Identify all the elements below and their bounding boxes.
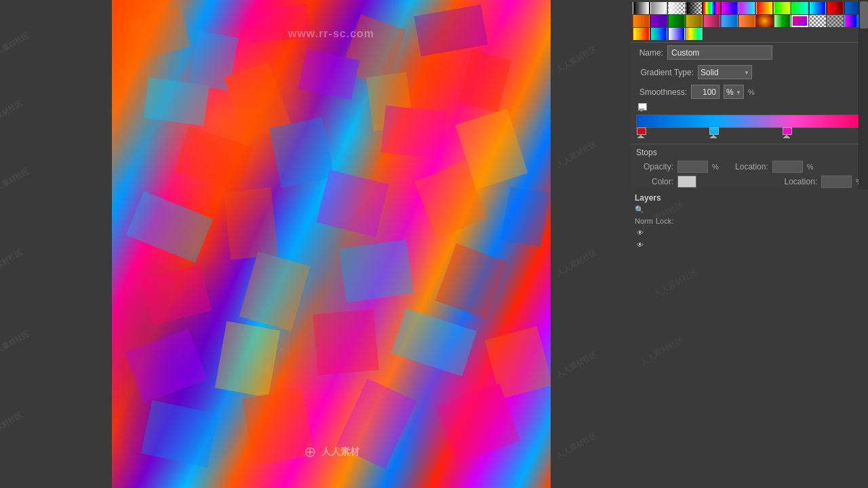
color-location-value[interactable]: [821, 176, 852, 188]
preset-30[interactable]: [686, 28, 703, 40]
layers-title: Layers: [635, 193, 661, 203]
smoothness-pct: %: [748, 88, 755, 96]
opacity-stop-handle[interactable]: [638, 103, 646, 112]
preset-23-selected[interactable]: [791, 15, 808, 27]
scrollbar-thumb[interactable]: [860, 1, 868, 28]
svg-rect-22: [435, 243, 507, 319]
stops-section-label: Stops: [631, 146, 868, 159]
opacity-pct: %: [712, 163, 719, 171]
svg-rect-6: [143, 77, 209, 126]
gradient-type-select-wrapper: Solid Noise: [698, 65, 752, 79]
preset-5[interactable]: [703, 2, 720, 14]
color-detail-row: Color: Location: %: [631, 174, 868, 189]
layer-visibility-1[interactable]: 👁: [635, 228, 646, 237]
preset-4[interactable]: [686, 2, 703, 14]
svg-rect-5: [458, 50, 512, 113]
svg-rect-15: [224, 188, 278, 260]
lower-panel: 人人素材社区 人人素材社区 人人素材社区 Layers 🔍 Norm Lock:…: [631, 189, 868, 488]
preset-12[interactable]: [827, 2, 844, 14]
preset-24[interactable]: [809, 15, 826, 27]
preset-2[interactable]: [650, 2, 667, 14]
gradient-presets: [631, 0, 868, 43]
svg-rect-14: [126, 191, 213, 263]
name-label: Name:: [636, 48, 663, 58]
svg-rect-18: [501, 186, 551, 247]
color-stop-left[interactable]: [637, 129, 645, 138]
layers-normal-label: Norm: [635, 217, 653, 225]
preset-11[interactable]: [809, 2, 826, 14]
opacity-stop-label: Opacity:: [636, 162, 673, 171]
layers-item-1: 👁: [635, 226, 854, 239]
preset-29[interactable]: [668, 28, 685, 40]
gradient-editor-panel: Name: Gradient Type: Solid Noise Smoothn…: [631, 0, 868, 488]
layers-lock-label: Lock:: [656, 217, 673, 225]
layers-options-row: Norm Lock:: [635, 216, 854, 226]
artwork: [112, 0, 551, 488]
svg-rect-12: [381, 105, 447, 159]
smoothness-input[interactable]: [691, 85, 719, 99]
preset-19[interactable]: [721, 15, 738, 27]
preset-28[interactable]: [650, 28, 667, 40]
preset-18[interactable]: [703, 15, 720, 27]
layers-hint-strip: Layers 🔍 Norm Lock: 👁 👁: [631, 189, 859, 253]
opacity-stop-value[interactable]: [677, 161, 708, 173]
color-handles-row: [636, 129, 863, 141]
svg-rect-0: [128, 7, 191, 61]
preset-21[interactable]: [756, 15, 773, 27]
preset-3[interactable]: [668, 2, 685, 14]
gradient-type-label: Gradient Type:: [636, 68, 694, 77]
svg-rect-29: [242, 388, 314, 466]
preset-6[interactable]: [721, 2, 738, 14]
svg-rect-23: [125, 329, 207, 403]
svg-rect-28: [141, 400, 218, 467]
layers-header: Layers: [635, 192, 854, 204]
preset-14[interactable]: [633, 15, 650, 27]
svg-rect-30: [336, 378, 417, 469]
opacity-detail-row: Opacity: % Location: %: [631, 159, 868, 174]
layer-visibility-2[interactable]: 👁: [635, 240, 646, 249]
preset-7[interactable]: [738, 2, 755, 14]
gradient-type-select[interactable]: Solid Noise: [698, 65, 752, 79]
smoothness-unit-wrapper: %: [724, 85, 744, 99]
svg-rect-20: [239, 251, 310, 331]
svg-rect-25: [313, 309, 379, 375]
svg-rect-2: [246, 4, 310, 43]
gradient-bar-section: [631, 102, 868, 142]
app-window: 人人素材社区 人人素材社区 人人素材社区 人人素材社区 人人素材社区 人人素材社…: [0, 0, 868, 488]
name-input[interactable]: [667, 45, 772, 60]
art-svg: [112, 0, 551, 488]
opacity-location-value[interactable]: [772, 161, 803, 173]
preset-9[interactable]: [774, 2, 791, 14]
preset-16[interactable]: [668, 15, 685, 27]
preset-27[interactable]: [633, 28, 650, 40]
color-stop-mid[interactable]: [709, 129, 717, 138]
preset-25[interactable]: [827, 15, 844, 27]
color-location-label: Location:: [780, 177, 817, 186]
layers-item-2: 👁: [635, 239, 854, 251]
gradient-type-row: Gradient Type: Solid Noise: [631, 62, 868, 82]
preset-8[interactable]: [756, 2, 773, 14]
preset-20[interactable]: [738, 15, 755, 27]
gap-area: 人人素材社区 人人素材社区 人人素材社区 人人素材社区 人人素材社区: [551, 0, 631, 488]
smoothness-unit-select[interactable]: %: [724, 85, 744, 99]
smoothness-row: Smoothness: % %: [631, 82, 868, 102]
opacity-loc-pct: %: [807, 163, 814, 171]
left-bg: 人人素材社区 人人素材社区 人人素材社区 人人素材社区 人人素材社区 人人素材社…: [0, 0, 112, 488]
layers-search-row: 🔍: [635, 204, 854, 216]
svg-rect-24: [215, 321, 280, 397]
gradient-bar[interactable]: [636, 115, 863, 128]
color-stop-right[interactable]: [783, 129, 791, 138]
divider-stops: [631, 144, 868, 144]
preset-1[interactable]: [633, 2, 650, 14]
svg-rect-11: [269, 117, 335, 188]
opacity-handles-row: [636, 103, 863, 114]
preset-22[interactable]: [774, 15, 791, 27]
color-swatch[interactable]: [677, 176, 696, 188]
preset-10[interactable]: [791, 2, 808, 14]
preset-17[interactable]: [686, 15, 703, 27]
color-stop-label: Color:: [636, 177, 673, 186]
svg-rect-21: [339, 239, 414, 302]
preset-15[interactable]: [650, 15, 667, 27]
svg-rect-10: [174, 126, 254, 192]
opacity-location-label: Location:: [731, 162, 768, 171]
